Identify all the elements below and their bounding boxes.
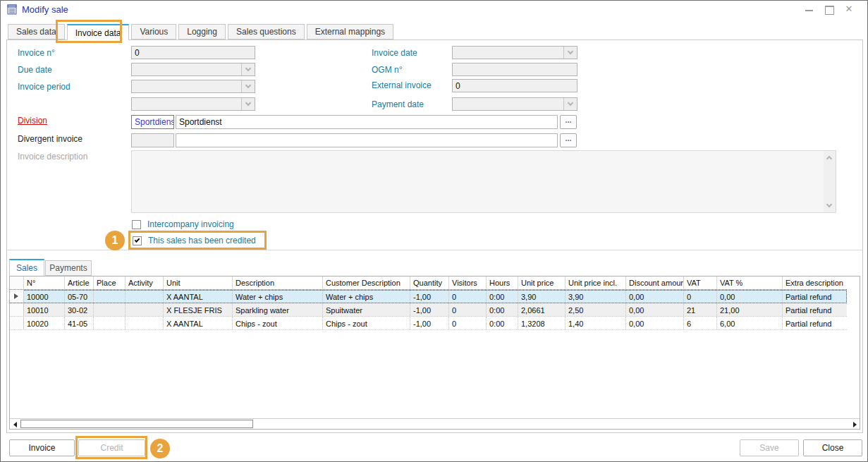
grid-cell[interactable]: Water + chips xyxy=(233,290,323,303)
grid-column-header[interactable]: Activity xyxy=(126,276,164,289)
grid-cell[interactable] xyxy=(94,317,126,329)
divergent-invoice-code-input[interactable] xyxy=(131,133,174,147)
grid-cell[interactable]: 0 xyxy=(449,290,487,303)
grid-cell[interactable]: 41-05 xyxy=(65,317,94,329)
grid-cell[interactable]: 21,00 xyxy=(717,303,783,316)
grid-cell[interactable]: 0:00 xyxy=(487,290,518,303)
scroll-left-button[interactable] xyxy=(10,420,20,429)
invoice-no-input[interactable]: 0 xyxy=(131,46,255,59)
grid-cell[interactable]: 10010 xyxy=(24,303,65,316)
grid-column-header[interactable]: Quantity xyxy=(410,276,449,289)
grid-column-header[interactable]: Hours xyxy=(487,276,518,289)
grid-cell[interactable] xyxy=(94,290,126,303)
grid-column-header[interactable]: VAT % xyxy=(717,276,783,289)
grid-column-header[interactable]: VAT xyxy=(684,276,717,289)
close-button[interactable]: Close xyxy=(803,439,862,456)
grid-tab-sales[interactable]: Sales xyxy=(9,259,44,276)
division-name-input[interactable]: Sportdienst xyxy=(176,115,558,129)
intercompany-invoicing-checkbox[interactable] xyxy=(132,220,141,229)
grid-cell[interactable] xyxy=(126,317,164,329)
grid-row[interactable]: 1001030-02X FLESJE FRISSparkling waterSp… xyxy=(10,303,847,317)
grid-cell[interactable]: Chips - zout xyxy=(233,317,323,329)
grid-row[interactable]: 1002041-05X AANTALChips - zoutChips - zo… xyxy=(10,317,847,330)
grid-column-header[interactable]: Description xyxy=(233,276,323,289)
grid-cell[interactable]: 0,00 xyxy=(626,303,684,316)
grid-cell[interactable]: 0 xyxy=(449,317,487,329)
grid-cell[interactable]: 2,0661 xyxy=(518,303,566,316)
grid-column-header[interactable]: N° xyxy=(24,276,65,289)
invoice-date-dropdown-button[interactable] xyxy=(563,47,577,59)
grid-cell[interactable] xyxy=(126,303,164,316)
grid-cell[interactable]: 3,90 xyxy=(518,290,566,303)
maximize-button[interactable] xyxy=(823,3,836,16)
grid-cell[interactable]: 21 xyxy=(684,303,717,316)
invoice-date-dropdown[interactable] xyxy=(452,46,577,59)
grid-column-header[interactable]: Discount amount xyxy=(626,276,684,289)
grid-cell[interactable]: 0:00 xyxy=(487,317,518,329)
divergent-invoice-browse-button[interactable]: ... xyxy=(560,133,577,147)
grid-cell[interactable]: 05-70 xyxy=(65,290,94,303)
grid-cell[interactable]: X AANTAL xyxy=(164,317,233,329)
due-date-dropdown-button[interactable] xyxy=(241,63,255,75)
tab-various[interactable]: Various xyxy=(131,24,176,39)
grid-column-header[interactable]: Visitors xyxy=(449,276,487,289)
grid-cell[interactable]: 0,00 xyxy=(626,317,684,329)
grid-cell[interactable]: 2,50 xyxy=(566,303,626,316)
grid-cell[interactable]: Partial refund xyxy=(783,317,860,329)
tab-sales-questions[interactable]: Sales questions xyxy=(228,24,305,39)
payment-date-dropdown[interactable] xyxy=(452,97,577,111)
tab-logging[interactable]: Logging xyxy=(178,24,226,39)
scrollbar-thumb[interactable] xyxy=(20,420,253,428)
grid-cell[interactable]: Water + chips xyxy=(323,290,410,303)
grid-column-header[interactable]: Place xyxy=(94,276,126,289)
grid-cell[interactable]: 0:00 xyxy=(487,303,518,316)
tab-external-mappings[interactable]: External mappings xyxy=(307,24,393,39)
description-scrollbar[interactable] xyxy=(824,151,836,212)
grid-cell[interactable]: Partial refund xyxy=(783,290,860,303)
grid-cell[interactable]: 0 xyxy=(684,290,717,303)
grid-cell[interactable]: 0 xyxy=(449,303,487,316)
grid-column-header[interactable]: Unit price xyxy=(518,276,566,289)
grid-cell[interactable]: 6,00 xyxy=(717,317,783,329)
invoice-period-extra-dropdown[interactable] xyxy=(131,97,255,111)
invoice-description-textarea[interactable] xyxy=(131,150,836,213)
grid-cell[interactable]: 0,00 xyxy=(717,290,783,303)
grid-cell[interactable]: 10000 xyxy=(24,290,65,303)
grid-cell[interactable]: 6 xyxy=(684,317,717,329)
grid-cell[interactable]: 0,00 xyxy=(626,290,684,303)
grid-cell[interactable]: Spuitwater xyxy=(323,303,410,316)
grid-cell[interactable]: -1,00 xyxy=(410,303,449,316)
grid-cell[interactable]: 1,40 xyxy=(566,317,626,329)
grid-cell[interactable] xyxy=(126,290,164,303)
grid-cell[interactable]: 3,90 xyxy=(566,290,626,303)
grid-row-header[interactable] xyxy=(10,317,24,329)
grid-cell[interactable]: Sparkling water xyxy=(233,303,323,316)
division-browse-button[interactable]: ... xyxy=(560,115,577,129)
grid-horizontal-scrollbar[interactable] xyxy=(10,418,860,429)
invoice-period-extra-dropdown-button[interactable] xyxy=(241,98,255,110)
invoice-period-dropdown[interactable] xyxy=(131,80,255,93)
grid-cell[interactable] xyxy=(94,303,126,316)
grid-cell[interactable]: X FLESJE FRIS xyxy=(164,303,233,316)
scroll-right-button[interactable] xyxy=(850,420,860,429)
ogm-no-input[interactable] xyxy=(452,63,577,76)
due-date-dropdown[interactable] xyxy=(131,63,255,76)
grid-tab-payments[interactable]: Payments xyxy=(45,260,92,276)
grid-cell[interactable]: Partial refund xyxy=(783,303,860,316)
grid-cell[interactable]: 30-02 xyxy=(65,303,94,316)
save-button[interactable]: Save xyxy=(740,439,799,456)
grid-column-header[interactable]: Customer Description xyxy=(323,276,410,289)
minimize-button[interactable] xyxy=(803,3,816,16)
close-window-button[interactable]: ✕ xyxy=(843,3,855,16)
grid-column-header[interactable]: Extra description xyxy=(783,276,860,289)
grid-cell[interactable]: Chips - zout xyxy=(323,317,410,329)
grid-cell[interactable]: -1,00 xyxy=(410,290,449,303)
grid-cell[interactable]: X AANTAL xyxy=(164,290,233,303)
grid-row-header[interactable] xyxy=(10,290,24,303)
grid-row-header[interactable] xyxy=(10,303,24,316)
grid-cell[interactable]: 1,3208 xyxy=(518,317,566,329)
grid-row[interactable]: 1000005-70X AANTALWater + chipsWater + c… xyxy=(10,290,847,303)
invoice-button[interactable]: Invoice xyxy=(9,439,75,456)
divergent-invoice-name-input[interactable] xyxy=(176,133,558,147)
payment-date-dropdown-button[interactable] xyxy=(563,98,577,110)
